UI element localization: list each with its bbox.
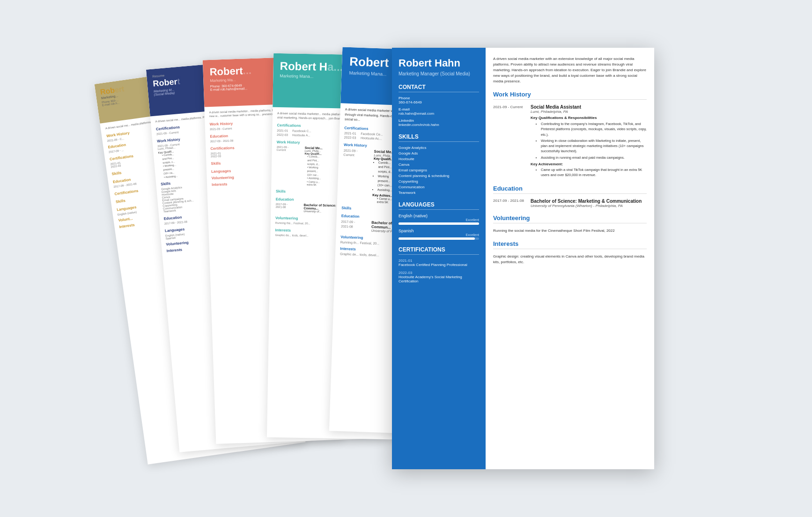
cert-1: 2021-01 Facebook Certified Planning Prof…: [399, 258, 479, 267]
edu-details-1: Bachelor of Science: Marketing & Communi…: [531, 199, 647, 208]
cert-2: 2022-03 Hootsuite Academy's Social Marke…: [399, 271, 479, 283]
edu-degree-1: Bachelor of Science: Marketing & Communi…: [531, 199, 647, 204]
email-label: E-mail: [399, 107, 479, 111]
volunteering-text: Running the social media for the Cinemat…: [493, 228, 647, 234]
skill-3: Hootsuite: [399, 157, 479, 161]
job-details-1: Social Media Assistant Lumi, Philadelphi…: [531, 104, 647, 178]
edu-date-1: 2017-09 - 2021-08: [493, 199, 531, 208]
job-bullet-1-1: Contributing to the company's Instagram,…: [541, 121, 647, 137]
contact-section-title: Contact: [399, 84, 479, 92]
lang-english: English (native) Excellent: [399, 214, 479, 225]
cards-container: Robert Marketing... Phone 360-... E-mail…: [148, 48, 664, 469]
languages-section-title: Languages: [399, 201, 479, 210]
skill-8: Communication: [399, 185, 479, 189]
summary-text: A driven social media marketer with an e…: [493, 56, 647, 84]
skill-1: Google Analytics: [399, 146, 479, 150]
edu-entry-1: 2017-09 - 2021-08 Bachelor of Science: M…: [493, 199, 647, 208]
achievement-text-1: Came up with a viral TikTok campaign tha…: [541, 167, 647, 178]
skill-5: Email campaigns: [399, 168, 479, 172]
job-title: Marketing Manager (Social Media): [399, 71, 479, 76]
job-entry-1: 2021-09 - Current Social Media Assistant…: [493, 104, 647, 178]
lang-bar-spanish-bg: [399, 237, 479, 240]
skill-2: Google Ads: [399, 151, 479, 155]
right-panel: A driven social media marketer with an e…: [486, 48, 654, 469]
work-history-title: Work History: [493, 91, 647, 100]
education-title: Education: [493, 185, 647, 194]
phone-label: Phone: [399, 96, 479, 100]
linkedin-value: linkedin.com/in/rob.hahn: [399, 123, 479, 127]
edu-school-1: University of Pennsylvania (Wharton) - P…: [531, 204, 647, 208]
job-kq-1: Key Qualifications & Responsibilities: [531, 116, 647, 120]
skill-9: Teamwork: [399, 191, 479, 195]
lang-bar-english-fill: [399, 222, 479, 225]
job-company-1: Lumi, Philadelphia, PA: [531, 110, 647, 114]
certs-section-title: Certifications: [399, 246, 479, 255]
interests-text: Graphic design: creating visual elements…: [493, 254, 647, 265]
skills-section-title: Skills: [399, 133, 479, 142]
linkedin-label: Linkedin: [399, 118, 479, 123]
main-resume-card: Robert Hahn Marketing Manager (Social Me…: [392, 48, 654, 469]
email-value: rob.hahn@email.com: [399, 111, 479, 116]
lang-spanish: Spanish Excellent: [399, 229, 479, 240]
skill-6: Content planning & scheduling: [399, 174, 479, 178]
job-bullets-1: Contributing to the company's Instagram,…: [531, 121, 647, 160]
lang-bar-english-bg: [399, 222, 479, 225]
phone-value: 360-674-6649: [399, 100, 479, 104]
achievement-bullets-1: Came up with a viral TikTok campaign tha…: [531, 167, 647, 178]
volunteering-title: Volunteering: [493, 214, 647, 223]
skill-4: Canva: [399, 162, 479, 167]
job-bullet-1-3: Assisting in running email and paid medi…: [541, 155, 647, 160]
job-title-text-1: Social Media Assistant: [531, 104, 647, 110]
lang-bar-spanish-fill: [399, 237, 475, 240]
left-panel: Robert Hahn Marketing Manager (Social Me…: [392, 48, 486, 469]
job-date-1: 2021-09 - Current: [493, 104, 531, 178]
skill-7: Copywriting: [399, 179, 479, 184]
name: Robert Hahn: [399, 57, 479, 69]
achievement-label-1: Key Achievement:: [531, 162, 647, 166]
job-bullet-1-2: Working in close collaboration with Mark…: [541, 138, 647, 154]
interests-title: Interests: [493, 240, 647, 249]
